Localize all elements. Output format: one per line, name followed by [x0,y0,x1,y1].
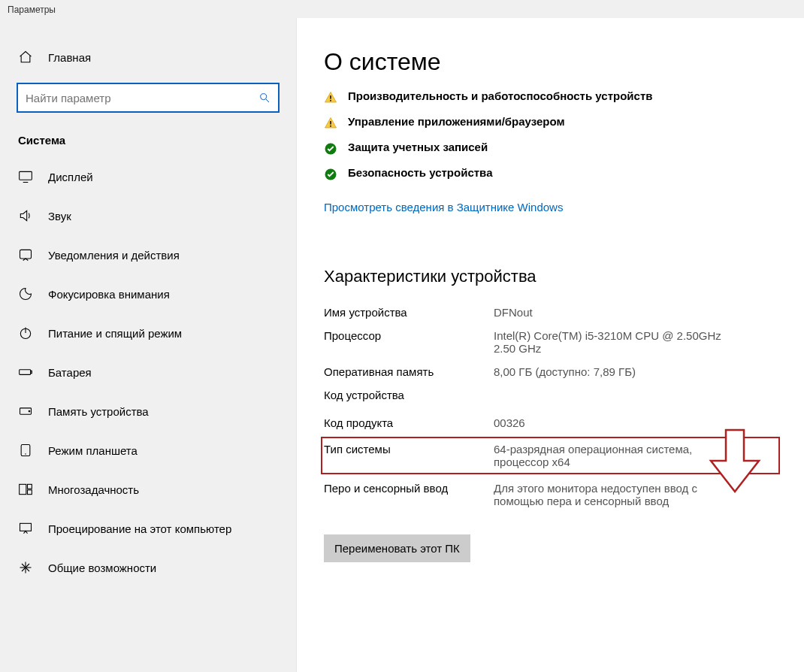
sidebar-item-home[interactable]: Главная [0,41,296,74]
sidebar-item-power[interactable]: Питание и спящий режим [0,313,296,353]
svg-rect-7 [20,370,31,375]
sidebar-item-label: Фокусировка внимания [48,288,170,301]
sidebar-item-label: Питание и спящий режим [48,327,182,340]
main-content: О системе Производительность и работоспо… [297,18,804,672]
power-icon [18,325,33,341]
sidebar-item-notifications[interactable]: Уведомления и действия [0,235,296,274]
security-item-account[interactable]: Защита учетных записей [324,141,777,156]
spec-header: Характеристики устройства [324,267,777,286]
spec-value: 00326 [494,416,525,429]
defender-link[interactable]: Просмотреть сведения в Защитнике Windows [324,201,563,213]
sidebar-item-label: Режим планшета [48,444,138,457]
sidebar-item-label: Общие возможности [48,562,156,574]
sidebar-item-multitasking[interactable]: Многозадачность [0,470,296,509]
svg-point-10 [29,410,30,412]
sound-icon [18,208,33,223]
tablet-icon [18,443,33,458]
svg-point-22 [330,100,331,101]
svg-rect-9 [20,408,32,414]
warning-icon [324,117,337,130]
svg-rect-8 [31,371,32,373]
storage-icon [18,404,33,419]
sidebar-item-battery[interactable]: Батарея [0,353,296,392]
sidebar-item-tablet[interactable]: Режим планшета [0,431,296,470]
sidebar-item-label: Память устройства [48,405,149,418]
sidebar-item-label: Дисплей [48,171,93,183]
spec-label: Процессор [324,329,494,355]
svg-rect-4 [20,250,32,259]
svg-rect-13 [20,484,26,494]
svg-rect-14 [28,484,32,489]
spec-label: Код устройства [324,389,494,401]
security-item-label: Производительность и работоспособность у… [348,89,652,102]
spec-label: Оперативная память [324,365,494,378]
sidebar-item-label: Звук [48,210,71,222]
home-label: Главная [48,51,91,64]
sidebar-item-label: Уведомления и действия [48,249,180,262]
display-icon [18,169,33,184]
svg-rect-2 [20,171,32,180]
check-icon [324,142,337,156]
sidebar-section-system: Система [0,126,296,157]
security-item-label: Безопасность устройства [348,166,492,179]
sidebar-item-focus[interactable]: Фокусировка внимания [0,274,296,313]
sidebar: Главная Система Дисплей Звук Уведомления… [0,18,297,672]
sidebar-item-label: Проецирование на этот компьютер [48,522,231,535]
check-icon [324,168,337,181]
shared-icon [18,560,33,575]
warning-icon [324,91,337,104]
spec-row-cpu: Процессор Intel(R) Core(TM) i5-3210M CPU… [324,329,777,355]
spec-row-ram: Оперативная память 8,00 ГБ (доступно: 7,… [324,365,777,378]
svg-rect-16 [20,523,32,531]
sidebar-item-label: Батарея [48,366,92,379]
spec-row-deviceid: Код устройства [324,389,777,401]
sidebar-item-projecting[interactable]: Проецирование на этот компьютер [0,509,296,548]
sidebar-item-label: Многозадачность [48,483,139,496]
security-item-performance[interactable]: Производительность и работоспособность у… [324,89,777,104]
sidebar-item-sound[interactable]: Звук [0,196,296,235]
spec-label: Имя устройства [324,306,494,319]
spec-label: Перо и сенсорный ввод [324,482,494,507]
security-item-label: Защита учетных записей [348,141,488,153]
spec-value: 8,00 ГБ (доступно: 7,89 ГБ) [494,365,636,378]
focus-icon [18,286,33,301]
svg-line-1 [266,99,269,102]
battery-icon [18,365,33,380]
spec-value: Intel(R) Core(TM) i5-3210M CPU @ 2.50GHz… [494,329,742,355]
search-input[interactable] [26,92,258,104]
search-box[interactable] [17,83,280,113]
svg-point-24 [330,126,331,127]
multitasking-icon [18,482,33,497]
spec-row-devicename: Имя устройства DFNout [324,306,777,319]
security-item-device[interactable]: Безопасность устройства [324,166,777,181]
spec-label: Тип системы [324,443,494,468]
projecting-icon [18,521,33,536]
app-title: Параметры [0,0,804,18]
rename-button[interactable]: Переименовать этот ПК [324,534,470,562]
annotation-arrow-icon [705,427,765,495]
svg-point-0 [261,94,267,100]
spec-label: Код продукта [324,416,494,429]
notifications-icon [18,247,33,262]
sidebar-item-storage[interactable]: Память устройства [0,392,296,431]
page-title: О системе [324,48,777,76]
security-item-appbrowser[interactable]: Управление приложениями/браузером [324,115,777,130]
search-icon [258,92,271,104]
home-icon [18,50,33,65]
sidebar-item-display[interactable]: Дисплей [0,157,296,196]
sidebar-item-shared[interactable]: Общие возможности [0,548,296,587]
svg-rect-15 [28,490,32,495]
spec-value: DFNout [494,306,533,319]
security-item-label: Управление приложениями/браузером [348,115,565,128]
